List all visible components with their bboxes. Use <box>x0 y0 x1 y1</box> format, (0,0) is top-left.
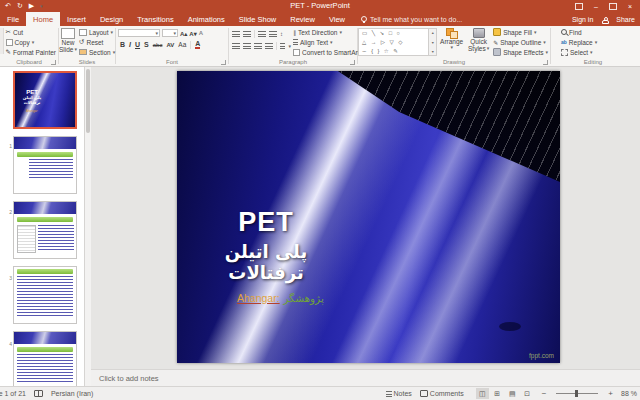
start-from-beginning-icon[interactable]: ▶ <box>29 0 34 12</box>
arrange-button[interactable]: Arrange ▾ <box>437 26 466 57</box>
increase-font-size-button[interactable]: A▴ <box>180 30 187 37</box>
undo-icon[interactable]: ↶ <box>5 0 11 12</box>
underline-button[interactable]: U <box>135 41 140 48</box>
align-right-icon[interactable] <box>254 43 262 50</box>
zoom-slider[interactable] <box>556 393 598 394</box>
notes-pane[interactable]: Click to add notes <box>91 369 640 386</box>
increase-indent-icon[interactable] <box>269 31 277 38</box>
tab-home[interactable]: Home <box>26 12 60 26</box>
slide-sorter-view-button[interactable]: ⊞ <box>491 388 504 399</box>
line-spacing-icon[interactable]: ↕ <box>280 31 283 37</box>
align-center-icon[interactable] <box>243 43 251 50</box>
cut-button[interactable]: ✂ Cut <box>4 27 58 37</box>
slide-title: PET <box>185 207 347 238</box>
text-direction-button[interactable]: ∥ Text Direction ▾ <box>291 27 366 37</box>
thumbnail-slide-5[interactable] <box>13 331 77 386</box>
thumbnail-slide-4[interactable] <box>13 266 77 324</box>
character-spacing-button[interactable]: AV <box>166 42 174 48</box>
thumbnail-slide-1[interactable]: PET پلی اتیلن ترفتالات Ahangar: <box>13 71 77 129</box>
columns-icon[interactable] <box>280 43 286 50</box>
numbering-icon[interactable] <box>243 31 251 38</box>
notes-toggle[interactable]: Notes <box>386 390 412 397</box>
thumbnail-slide-3[interactable] <box>13 201 77 259</box>
quick-styles-button[interactable]: Quick Styles▾ <box>466 26 491 57</box>
ribbon-display-options-icon[interactable] <box>575 3 583 10</box>
tab-review[interactable]: Review <box>283 12 322 26</box>
normal-view-button[interactable]: ◫ <box>476 388 489 399</box>
restore-icon[interactable] <box>609 3 617 10</box>
bold-button[interactable]: B <box>120 41 125 48</box>
minimize-icon[interactable]: – <box>594 3 598 10</box>
thumbnail-number: 3 <box>4 275 12 281</box>
close-icon[interactable]: × <box>628 3 632 10</box>
clear-formatting-button[interactable]: A <box>199 30 203 36</box>
change-case-button[interactable]: Aa <box>178 41 186 48</box>
window-controls: – × <box>575 3 632 10</box>
tell-me-box[interactable]: Tell me what you want to do... <box>361 12 462 26</box>
thumbnail-slide-2[interactable] <box>13 136 77 194</box>
shape-effects-button[interactable]: Shape Effects ▾ <box>491 47 550 57</box>
redo-icon[interactable]: ↻ <box>17 0 23 12</box>
reset-button[interactable]: ↺ Reset <box>77 37 117 47</box>
justify-icon[interactable] <box>265 43 273 50</box>
decrease-indent-icon[interactable] <box>258 31 266 38</box>
format-painter-icon: ✎ <box>6 48 11 56</box>
layout-button[interactable]: Layout ▾ <box>77 27 117 37</box>
tab-view[interactable]: View <box>322 12 352 26</box>
zoom-out-button[interactable]: − <box>542 389 547 398</box>
tab-slide-show[interactable]: Slide Show <box>232 12 284 26</box>
zoom-in-button[interactable]: + <box>608 389 613 398</box>
thumbnail-scrollbar-thumb[interactable] <box>86 69 90 133</box>
tab-transitions[interactable]: Transitions <box>130 12 180 26</box>
find-icon <box>561 29 567 35</box>
font-name-combobox[interactable]: ▾ <box>118 29 160 37</box>
tab-design[interactable]: Design <box>93 12 130 26</box>
find-button[interactable]: Find <box>559 27 635 37</box>
share-button[interactable]: Share <box>616 16 635 23</box>
shapes-more-icon[interactable]: ▾ <box>432 49 434 54</box>
strikethrough-button[interactable]: abc <box>153 42 163 48</box>
align-left-icon[interactable] <box>232 43 240 50</box>
shapes-gallery[interactable]: ▭ ╲ ↘ □ ○ △ → ▷ ▽ ◇ ∼ { } ☆ ✎ <box>358 28 429 56</box>
convert-smartart-button[interactable]: Convert to SmartArt ▾ <box>291 47 366 57</box>
shapes-scroll-down-icon[interactable]: ▾ <box>432 40 434 45</box>
replace-button[interactable]: ab Replace ▾ <box>559 37 635 47</box>
zoom-level[interactable]: 88 % <box>621 390 637 397</box>
tab-insert[interactable]: Insert <box>60 12 93 26</box>
zoom-slider-handle[interactable] <box>575 390 578 397</box>
shapes-gallery-scroll[interactable]: ▴ ▾ ▾ <box>429 28 437 56</box>
proofing-icon[interactable] <box>34 390 43 397</box>
slide-show-button[interactable]: ⊡ <box>521 388 534 399</box>
bullets-icon[interactable] <box>232 31 240 38</box>
text-shadow-button[interactable]: S <box>144 41 149 48</box>
notes-icon <box>386 391 392 397</box>
section-button[interactable]: Section ▾ <box>77 47 117 57</box>
italic-button[interactable]: I <box>129 41 131 48</box>
sign-in-button[interactable]: Sign in <box>572 16 593 23</box>
decrease-font-size-button[interactable]: A▾ <box>189 30 196 37</box>
comments-toggle[interactable]: Comments <box>420 390 464 397</box>
tab-animations[interactable]: Animations <box>181 12 232 26</box>
align-text-button[interactable]: Align Text ▾ <box>291 37 366 47</box>
paragraph-dialog-launcher-icon[interactable] <box>350 60 355 65</box>
reading-view-button[interactable]: ▤ <box>506 388 519 399</box>
font-size-combobox[interactable]: ▾ <box>162 29 178 37</box>
slide-title-block[interactable]: PET پلی اتیلن ترفتالات <box>185 207 347 283</box>
shapes-scroll-up-icon[interactable]: ▴ <box>432 30 434 35</box>
shape-fill-button[interactable]: Shape Fill ▾ <box>491 27 550 37</box>
font-color-button[interactable]: A <box>195 40 200 49</box>
shape-outline-icon: ✎ <box>493 39 498 46</box>
font-dialog-launcher-icon[interactable] <box>221 60 226 65</box>
copy-button[interactable]: Copy ▾ <box>4 37 58 47</box>
slide-author-line[interactable]: Ahangar: پژوهشگر <box>237 292 324 304</box>
slide-canvas[interactable]: PET پلی اتیلن ترفتالات Ahangar: پژوهشگر … <box>177 71 560 363</box>
customize-qat-icon[interactable]: ▾ <box>40 0 43 12</box>
drawing-dialog-launcher-icon[interactable] <box>543 60 548 65</box>
new-slide-button[interactable]: New Slide▾ <box>59 26 77 57</box>
shape-outline-button[interactable]: ✎ Shape Outline ▾ <box>491 37 550 47</box>
language-indicator[interactable]: Persian (Iran) <box>51 390 93 397</box>
clipboard-dialog-launcher-icon[interactable] <box>51 60 56 65</box>
select-button[interactable]: Select ▾ <box>559 47 635 57</box>
tab-file[interactable]: File <box>0 12 26 26</box>
format-painter-button[interactable]: ✎ Format Painter <box>4 47 58 57</box>
